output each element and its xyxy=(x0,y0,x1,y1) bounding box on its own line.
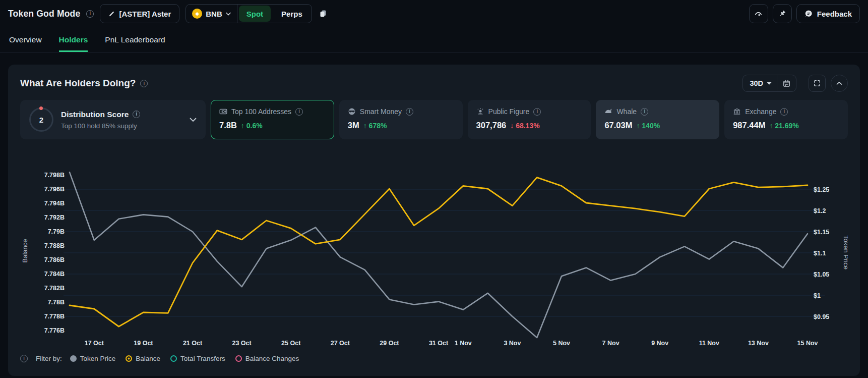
legend-marker xyxy=(170,355,177,362)
left-axis-tick: 7.794B xyxy=(44,200,65,207)
stat-value: 67.03M xyxy=(604,121,632,130)
page-tabs: Overview Holders PnL Leaderboard xyxy=(0,27,868,52)
right-axis-tick: $1.2 xyxy=(814,207,826,214)
pin-button[interactable] xyxy=(773,4,792,23)
token-price-line[interactable] xyxy=(70,172,808,338)
x-axis-tick: 9 Nov xyxy=(651,340,668,347)
feedback-label: Feedback xyxy=(817,10,852,18)
x-axis-tick: 19 Oct xyxy=(134,340,153,347)
x-axis-tick: 25 Oct xyxy=(281,340,301,347)
x-axis-tick: 23 Oct xyxy=(232,340,252,347)
fullscreen-icon xyxy=(814,80,821,87)
eye-icon xyxy=(754,10,763,18)
fullscreen-button[interactable] xyxy=(809,75,826,92)
distribution-score-subtitle: Top 100 hold 85% supply xyxy=(61,122,140,130)
stat-label: Whale xyxy=(616,107,637,116)
left-axis-tick: 7.798B xyxy=(44,172,65,179)
stat-change: ↑ 21.69% xyxy=(769,122,798,130)
x-axis-tick: 7 Nov xyxy=(602,340,619,347)
distribution-score-card[interactable]: 2 Distribution Score i Top 100 hold 85% … xyxy=(20,100,206,139)
info-icon[interactable]: i xyxy=(20,355,28,362)
filter-item-balance[interactable]: Balance xyxy=(126,355,160,362)
right-axis-tick: $1.1 xyxy=(814,250,826,257)
stat-card-exchange[interactable]: Exchange i 987.44M ↑ 21.69% xyxy=(724,100,848,139)
app-title: Token God Mode xyxy=(8,9,80,19)
stat-value: 307,786 xyxy=(476,121,507,130)
filter-item-token-price[interactable]: Token Price xyxy=(70,355,116,362)
panel-header: What Are Holders Doing? i 30D xyxy=(8,75,860,92)
x-axis-tick: 17 Oct xyxy=(85,340,104,347)
filter-by-label: Filter by: xyxy=(36,355,62,362)
collapse-button[interactable] xyxy=(831,75,848,92)
x-axis-tick: 27 Oct xyxy=(331,340,350,347)
stat-value: 3M xyxy=(348,121,359,130)
info-icon[interactable]: i xyxy=(780,108,788,116)
copy-icon xyxy=(319,10,327,18)
info-icon[interactable]: i xyxy=(406,108,413,116)
tab-holders[interactable]: Holders xyxy=(59,27,88,52)
left-axis-tick: 7.78B xyxy=(48,299,65,306)
perps-toggle[interactable]: Perps xyxy=(274,6,310,22)
legend-label: Total Transfers xyxy=(180,355,225,362)
filter-item-total-transfers[interactable]: Total Transfers xyxy=(170,355,225,362)
left-axis-tick: 7.782B xyxy=(44,285,65,292)
left-axis-title: Balance xyxy=(21,239,29,263)
x-axis-tick: 13 Nov xyxy=(748,340,769,347)
panel-title: What Are Holders Doing? xyxy=(20,78,136,89)
legend-marker xyxy=(235,355,242,362)
right-axis-tick: $1.25 xyxy=(814,186,829,193)
smart-money-icon xyxy=(348,107,356,116)
bnb-coin-icon: ◆ xyxy=(192,9,202,19)
chain-select-button[interactable]: ◆ BNB xyxy=(186,9,237,19)
legend-label: Token Price xyxy=(80,355,116,362)
info-icon[interactable]: i xyxy=(86,10,94,18)
pencil-icon xyxy=(108,11,115,17)
legend-marker xyxy=(126,355,132,362)
range-dropdown[interactable]: 30D xyxy=(743,75,777,91)
info-icon[interactable]: i xyxy=(533,108,541,116)
stat-change: ↓ 68.13% xyxy=(510,122,539,130)
feedback-button[interactable]: Feedback xyxy=(796,4,860,23)
stat-label: Smart Money xyxy=(360,107,402,116)
stat-cards-row: 2 Distribution Score i Top 100 hold 85% … xyxy=(8,100,860,139)
chevron-down-icon xyxy=(226,12,231,16)
chart-filter-row: i Filter by: Token PriceBalanceTotal Tra… xyxy=(8,353,860,362)
left-axis-tick: 7.784B xyxy=(44,271,65,278)
chain-label: BNB xyxy=(206,10,222,18)
filter-item-balance-changes[interactable]: Balance Changes xyxy=(235,355,299,362)
chevron-up-icon xyxy=(836,81,842,85)
x-axis-tick: 21 Oct xyxy=(183,340,203,347)
token-select-button[interactable]: [ASTER] Aster xyxy=(100,4,179,23)
whale-icon xyxy=(604,107,612,116)
watch-button[interactable] xyxy=(749,4,768,23)
left-axis-tick: 7.778B xyxy=(44,313,65,320)
distribution-score-label: Distribution Score xyxy=(61,110,129,119)
copy-icon-button[interactable] xyxy=(318,9,328,19)
chevron-down-icon xyxy=(767,82,772,85)
market-controls: ◆ BNB Spot Perps xyxy=(185,4,312,23)
tab-pnl-leaderboard[interactable]: PnL Leaderboard xyxy=(105,27,165,52)
info-icon[interactable]: i xyxy=(295,108,303,116)
stat-card-top-100-addresses[interactable]: Top 100 Addresses i 7.8B ↑ 0.6% xyxy=(211,100,334,139)
info-icon[interactable]: i xyxy=(641,108,648,116)
topbar: Token God Mode i [ASTER] Aster ◆ BNB Spo… xyxy=(0,0,868,27)
tab-overview[interactable]: Overview xyxy=(9,27,42,52)
token-label: [ASTER] Aster xyxy=(119,10,171,18)
info-icon[interactable]: i xyxy=(140,80,148,87)
banknote-icon xyxy=(219,107,227,116)
chevron-down-icon[interactable] xyxy=(190,118,197,122)
left-axis-tick: 7.788B xyxy=(44,242,65,249)
calendar-button[interactable] xyxy=(777,75,796,91)
x-axis-tick: 15 Nov xyxy=(797,340,818,347)
stat-card-smart-money[interactable]: Smart Money i 3M ↑ 678% xyxy=(339,100,463,139)
date-range-control: 30D xyxy=(742,75,796,92)
stat-card-whale[interactable]: Whale i 67.03M ↑ 140% xyxy=(596,100,719,139)
holders-chart[interactable]: 7.798B7.796B7.794B7.792B7.79B7.788B7.786… xyxy=(8,147,860,353)
stat-label: Top 100 Addresses xyxy=(231,107,291,116)
right-axis-tick: $0.95 xyxy=(814,313,829,320)
balance-line[interactable] xyxy=(70,178,808,327)
spot-toggle[interactable]: Spot xyxy=(239,6,271,22)
info-icon[interactable]: i xyxy=(133,111,140,118)
left-axis-tick: 7.786B xyxy=(44,256,65,263)
stat-card-public-figure[interactable]: Public Figure i 307,786 ↓ 68.13% xyxy=(468,100,591,139)
